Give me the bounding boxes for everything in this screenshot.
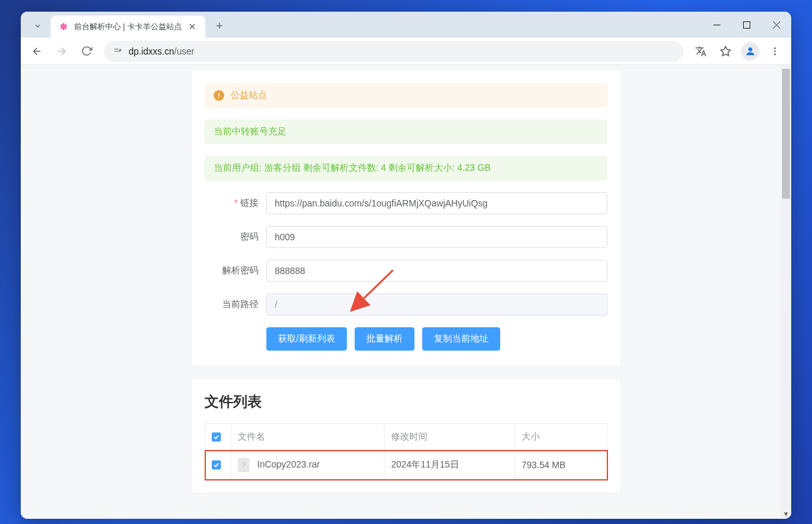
reload-button[interactable]: [75, 40, 97, 62]
svg-point-14: [774, 53, 776, 55]
new-tab-button[interactable]: +: [210, 17, 229, 35]
form-row-link: *链接: [205, 192, 607, 214]
password-label: 密码: [205, 231, 266, 243]
cell-modified: 2024年11月15日: [385, 451, 515, 480]
profile-icon: [741, 42, 759, 60]
select-all-checkbox[interactable]: [212, 432, 221, 442]
forward-button[interactable]: [51, 40, 73, 62]
file-icon: [238, 458, 249, 472]
current-path-input: [266, 293, 607, 316]
browser-tab[interactable]: ✽ 前台解析中心 | 卡卡羊公益站点 ✕: [51, 16, 205, 38]
alert-warning: ! 公益站点: [205, 83, 607, 108]
url-bar[interactable]: dp.idxxs.cn/user: [104, 41, 683, 62]
refresh-button[interactable]: 获取/刷新列表: [266, 327, 347, 351]
close-window-button[interactable]: [761, 12, 791, 38]
tab-close-icon[interactable]: ✕: [187, 21, 197, 32]
header-size: 大小: [514, 424, 607, 451]
form-card: ! 公益站点 当前中转账号充足 当前用户组: 游客分组 剩余可解析文件数: 4 …: [192, 70, 620, 366]
file-list-card: 文件列表 文件名 修改时间 大小: [192, 379, 620, 493]
cell-size: 793.54 MB: [514, 451, 607, 480]
password-input[interactable]: [266, 226, 607, 248]
tab-search-button[interactable]: [29, 17, 47, 35]
page-content: ▲ ▼ ! 公益站点 当前中转账号充足 当前用户组: 游客分组 剩余可解析: [21, 65, 791, 519]
svg-marker-10: [721, 46, 731, 55]
row-checkbox[interactable]: [212, 460, 221, 469]
svg-line-9: [119, 51, 120, 51]
parse-password-input[interactable]: [266, 260, 607, 282]
row-checkbox-cell: [205, 451, 231, 480]
back-button[interactable]: [26, 40, 48, 62]
filename-text: InCopy2023.rar: [257, 459, 320, 469]
svg-point-8: [120, 49, 121, 51]
alert-info-text: 当前用户组: 游客分组 剩余可解析文件数: 4 剩余可解析大小: 4.23 GB: [214, 162, 490, 174]
parse-password-label: 解析密码: [205, 265, 266, 277]
alert-success: 当前中转账号充足: [205, 119, 607, 144]
tab-bar: ✽ 前台解析中心 | 卡卡羊公益站点 ✕ +: [21, 12, 791, 38]
maximize-button[interactable]: [731, 12, 761, 38]
alert-success-text: 当前中转账号充足: [214, 126, 286, 138]
file-list-title: 文件列表: [205, 392, 607, 412]
warning-icon: !: [214, 90, 224, 101]
window-controls: [702, 12, 791, 38]
browser-window: ✽ 前台解析中心 | 卡卡羊公益站点 ✕ +: [21, 12, 791, 519]
table-row[interactable]: InCopy2023.rar 2024年11月15日 793.54 MB: [205, 451, 607, 480]
svg-point-13: [774, 50, 776, 52]
link-label: *链接: [205, 197, 266, 209]
form-row-parse-password: 解析密码: [205, 260, 607, 282]
scrollbar[interactable]: ▲ ▼: [781, 65, 791, 519]
tab-favicon-icon: ✽: [58, 21, 69, 32]
table-header-row: 文件名 修改时间 大小: [205, 424, 607, 451]
form-row-current-path: 当前路径: [205, 293, 607, 316]
alert-info: 当前用户组: 游客分组 剩余可解析文件数: 4 剩余可解析大小: 4.23 GB: [205, 156, 607, 181]
cell-filename: InCopy2023.rar: [231, 451, 385, 480]
bookmark-icon[interactable]: [715, 40, 737, 62]
copy-address-button[interactable]: 复制当前地址: [422, 327, 500, 351]
site-info-icon[interactable]: [113, 47, 122, 56]
tab-title: 前台解析中心 | 卡卡羊公益站点: [74, 21, 182, 32]
current-path-label: 当前路径: [205, 299, 266, 310]
header-checkbox-cell: [205, 424, 231, 451]
button-row: 获取/刷新列表 批量解析 复制当前地址: [266, 327, 607, 351]
header-filename: 文件名: [231, 424, 385, 451]
minimize-button[interactable]: [702, 12, 731, 38]
file-table: 文件名 修改时间 大小: [205, 423, 607, 480]
url-text: dp.idxxs.cn/user: [129, 46, 674, 56]
scrollbar-thumb[interactable]: [782, 69, 790, 199]
batch-parse-button[interactable]: 批量解析: [355, 327, 414, 351]
svg-point-12: [774, 47, 776, 49]
address-bar: dp.idxxs.cn/user: [21, 38, 791, 65]
translate-icon[interactable]: [690, 40, 712, 62]
svg-point-11: [748, 47, 752, 51]
svg-rect-1: [743, 21, 750, 28]
profile-button[interactable]: [739, 40, 761, 62]
link-input[interactable]: [266, 192, 607, 214]
menu-icon[interactable]: [764, 40, 786, 62]
scrollbar-down-icon[interactable]: ▼: [781, 508, 791, 519]
header-modified: 修改时间: [385, 424, 515, 451]
alert-warning-text: 公益站点: [231, 90, 267, 101]
form-row-password: 密码: [205, 226, 607, 248]
